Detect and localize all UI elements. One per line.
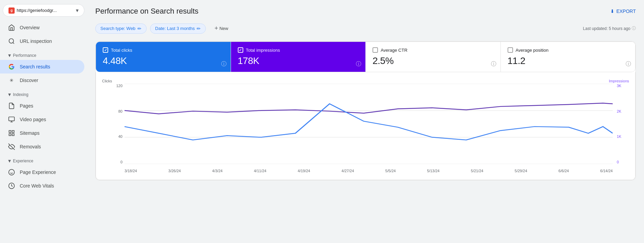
section-label: Indexing bbox=[13, 92, 28, 97]
sidebar-item-sitemaps[interactable]: Sitemaps bbox=[0, 126, 84, 140]
x-label: 5/5/24 bbox=[385, 169, 396, 173]
metric-header: Total clicks bbox=[103, 47, 224, 53]
metric-label: Total clicks bbox=[111, 48, 132, 53]
metric-header: Average position bbox=[508, 47, 629, 53]
metric-card-average-position[interactable]: Average position 11.2 ⓘ bbox=[501, 42, 635, 72]
sidebar-item-overview[interactable]: Overview bbox=[0, 21, 84, 34]
page-experience-icon bbox=[8, 169, 15, 176]
last-updated-text: Last updated: 5 hours ago bbox=[583, 26, 630, 31]
search-icon bbox=[8, 38, 15, 45]
last-updated: Last updated: 5 hours ago ⓘ bbox=[583, 26, 636, 31]
page-title: Performance on Search results bbox=[95, 7, 198, 16]
x-label: 5/29/24 bbox=[515, 169, 527, 173]
section-experience[interactable]: ▾ Experience bbox=[0, 153, 87, 165]
metric-header: Total impressions bbox=[238, 47, 359, 53]
svg-line-1 bbox=[13, 43, 14, 44]
sidebar-item-video-pages[interactable]: Video pages bbox=[0, 113, 84, 126]
svg-rect-6 bbox=[9, 134, 11, 136]
site-favicon: g bbox=[9, 7, 15, 14]
tick: 3K bbox=[617, 84, 627, 88]
search-type-filter[interactable]: Search type: Web ✏ bbox=[95, 23, 147, 34]
sidebar-item-page-experience[interactable]: Page Experience bbox=[0, 165, 84, 179]
chart-svg bbox=[125, 84, 613, 164]
svg-point-0 bbox=[9, 39, 14, 43]
edit-icon: ✏ bbox=[197, 26, 201, 31]
svg-rect-4 bbox=[12, 131, 14, 133]
x-label: 5/21/24 bbox=[471, 169, 483, 173]
info-icon: ⓘ bbox=[632, 26, 636, 31]
metric-checkbox-ctr[interactable] bbox=[373, 47, 378, 53]
tick: 0 bbox=[617, 160, 627, 164]
chevron-down-icon: ▾ bbox=[8, 158, 11, 164]
x-label: 3/18/24 bbox=[125, 169, 137, 173]
url-dropdown-arrow: ▾ bbox=[76, 7, 79, 14]
sidebar-item-search-results[interactable]: Search results bbox=[0, 60, 84, 74]
metric-card-total-clicks[interactable]: Total clicks 4.48K ⓘ bbox=[96, 42, 231, 72]
help-icon[interactable]: ⓘ bbox=[356, 61, 361, 68]
sidebar-item-label: Core Web Vitals bbox=[20, 183, 54, 189]
x-label: 5/13/24 bbox=[427, 169, 440, 173]
url-text: https://geniefoodgr... bbox=[17, 8, 74, 13]
y-ticks-right: 3K 2K 1K 0 bbox=[617, 84, 627, 164]
export-icon: ⬇ bbox=[610, 9, 614, 14]
metric-card-average-ctr[interactable]: Average CTR 2.5% ⓘ bbox=[366, 42, 501, 72]
impressions-line bbox=[125, 103, 613, 114]
y-ticks-left: 120 80 40 0 bbox=[112, 84, 122, 164]
sidebar-item-label: Video pages bbox=[20, 117, 46, 122]
chevron-down-icon: ▾ bbox=[8, 91, 11, 98]
search-type-label: Search type: Web bbox=[100, 26, 135, 31]
metric-card-total-impressions[interactable]: Total impressions 178K ⓘ bbox=[231, 42, 366, 72]
x-label: 4/27/24 bbox=[342, 169, 354, 173]
y-axis-left-label: Clicks bbox=[102, 79, 112, 83]
video-file-icon bbox=[8, 116, 15, 123]
metric-label: Average position bbox=[516, 48, 549, 53]
help-icon[interactable]: ⓘ bbox=[221, 61, 227, 68]
chart-wrapper: Clicks Impressions 120 80 40 0 3K 2K 1K … bbox=[101, 79, 630, 174]
sidebar-item-core-web-vitals[interactable]: Core Web Vitals bbox=[0, 179, 84, 193]
tick: 40 bbox=[112, 134, 122, 139]
tick: 120 bbox=[112, 84, 122, 88]
sidebar-item-label: Page Experience bbox=[20, 169, 56, 175]
x-label: 4/19/24 bbox=[298, 169, 310, 173]
sidebar-item-label: Overview bbox=[20, 25, 39, 30]
sidebar-item-url-inspection[interactable]: URL inspection bbox=[0, 34, 84, 48]
metric-header: Average CTR bbox=[373, 47, 494, 53]
y-axis-right-label: Impressions bbox=[609, 79, 629, 83]
metric-checkbox-impressions[interactable] bbox=[238, 47, 243, 53]
url-selector[interactable]: g https://geniefoodgr... ▾ bbox=[3, 4, 84, 17]
help-icon[interactable]: ⓘ bbox=[626, 61, 631, 68]
metric-value-impressions: 178K bbox=[238, 55, 359, 66]
sidebar-item-label: URL inspection bbox=[20, 38, 52, 44]
metric-cards: Total clicks 4.48K ⓘ Total impressions 1… bbox=[96, 42, 635, 72]
add-filter-button[interactable]: + New bbox=[209, 22, 233, 34]
x-label: 6/14/24 bbox=[600, 169, 613, 173]
new-label: New bbox=[219, 26, 228, 31]
chart-container: Clicks Impressions 120 80 40 0 3K 2K 1K … bbox=[96, 72, 635, 180]
sidebar-item-discover[interactable]: ✳ Discover bbox=[0, 74, 84, 87]
sidebar-item-pages[interactable]: Pages bbox=[0, 99, 84, 113]
export-button[interactable]: ⬇ EXPORT bbox=[610, 9, 636, 14]
x-label: 3/26/24 bbox=[168, 169, 181, 173]
tick: 2K bbox=[617, 109, 627, 113]
help-icon[interactable]: ⓘ bbox=[491, 61, 496, 68]
tick: 0 bbox=[112, 160, 122, 164]
main-header: Performance on Search results ⬇ EXPORT bbox=[95, 7, 636, 16]
sitemaps-icon bbox=[8, 130, 15, 136]
date-filter[interactable]: Date: Last 3 months ✏ bbox=[150, 23, 206, 34]
section-indexing[interactable]: ▾ Indexing bbox=[0, 87, 87, 99]
metric-label: Total impressions bbox=[246, 48, 280, 53]
removals-icon bbox=[8, 143, 15, 150]
metric-value-ctr: 2.5% bbox=[373, 55, 494, 66]
svg-rect-2 bbox=[9, 117, 15, 121]
x-label: 4/11/24 bbox=[254, 169, 266, 173]
x-label: 4/3/24 bbox=[212, 169, 223, 173]
sidebar-item-label: Removals bbox=[20, 144, 41, 149]
sidebar-item-removals[interactable]: Removals bbox=[0, 140, 84, 153]
google-icon bbox=[8, 63, 15, 70]
metrics-chart-container: Total clicks 4.48K ⓘ Total impressions 1… bbox=[95, 41, 636, 180]
section-performance[interactable]: ▾ Performance bbox=[0, 48, 87, 60]
section-label: Experience bbox=[13, 159, 33, 163]
tick: 1K bbox=[617, 134, 627, 139]
metric-checkbox-clicks[interactable] bbox=[103, 47, 108, 53]
metric-checkbox-position[interactable] bbox=[508, 47, 513, 53]
